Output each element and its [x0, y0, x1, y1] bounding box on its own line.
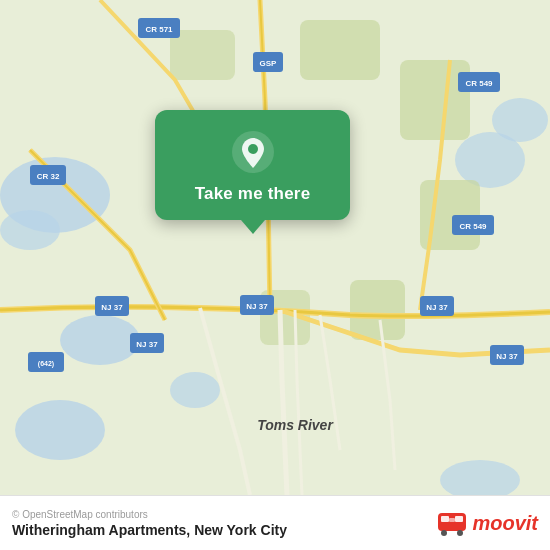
svg-text:NJ 37: NJ 37: [101, 303, 123, 312]
svg-point-7: [492, 98, 548, 142]
svg-text:CR 32: CR 32: [37, 172, 60, 181]
svg-point-39: [248, 144, 258, 154]
bottom-bar: © OpenStreetMap contributors Witheringha…: [0, 495, 550, 550]
svg-text:CR 571: CR 571: [145, 25, 173, 34]
copyright-text: © OpenStreetMap contributors: [12, 509, 287, 520]
svg-rect-9: [300, 20, 380, 80]
svg-point-44: [457, 530, 463, 536]
svg-text:CR 549: CR 549: [465, 79, 493, 88]
svg-rect-13: [170, 30, 235, 80]
svg-text:CR 549: CR 549: [459, 222, 487, 231]
svg-point-3: [60, 315, 140, 365]
svg-point-2: [0, 210, 60, 250]
svg-rect-41: [441, 516, 449, 522]
location-pin-icon: [231, 130, 275, 174]
take-me-there-label: Take me there: [195, 184, 311, 204]
svg-text:GSP: GSP: [260, 59, 278, 68]
svg-rect-12: [350, 280, 405, 340]
svg-text:NJ 37: NJ 37: [426, 303, 448, 312]
moovit-logo-text: moovit: [472, 512, 538, 535]
svg-rect-42: [455, 516, 463, 522]
svg-point-5: [15, 400, 105, 460]
svg-text:Toms River: Toms River: [257, 417, 334, 433]
moovit-bus-icon: [436, 507, 468, 539]
svg-text:(642): (642): [38, 360, 54, 368]
svg-text:NJ 37: NJ 37: [496, 352, 518, 361]
location-info: © OpenStreetMap contributors Witheringha…: [12, 509, 287, 538]
svg-point-43: [441, 530, 447, 536]
location-name: Witheringham Apartments, New York City: [12, 522, 287, 538]
svg-rect-45: [449, 518, 455, 522]
svg-text:NJ 37: NJ 37: [136, 340, 158, 349]
moovit-logo[interactable]: moovit: [436, 507, 538, 539]
svg-text:NJ 37: NJ 37: [246, 302, 268, 311]
svg-point-4: [170, 372, 220, 408]
take-me-there-button[interactable]: Take me there: [155, 110, 350, 220]
map-container: NJ 37 NJ 37 NJ 37 CR 571 GSP CR 549 CR 5…: [0, 0, 550, 495]
svg-rect-10: [400, 60, 470, 140]
